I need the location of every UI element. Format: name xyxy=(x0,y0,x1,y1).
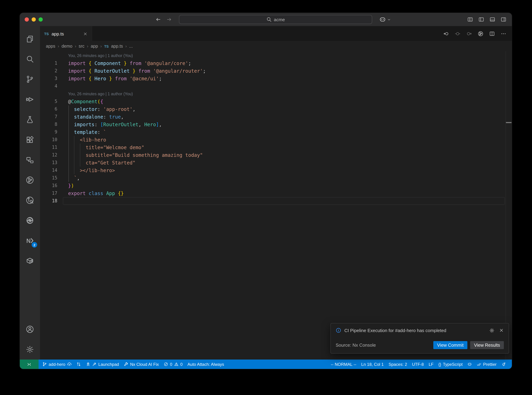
gitlens-search-icon xyxy=(26,196,34,204)
command-center-search[interactable]: acme xyxy=(179,15,372,24)
activity-bar: N2 xyxy=(20,26,40,360)
activity-bar-item-source-control[interactable] xyxy=(20,69,40,89)
code-line: 2import { RouterOutlet } from '@angular/… xyxy=(40,67,512,75)
breadcrumb-item[interactable]: ... xyxy=(129,44,133,49)
status-label: UTF-8 xyxy=(412,362,424,367)
notification-close-icon[interactable] xyxy=(499,328,504,333)
code-line: 10 <lib-hero xyxy=(40,136,512,144)
prettier-status[interactable]: Prettier xyxy=(474,360,499,369)
status-bar: add-heroLaunchpadNx Cloud AI Fix00Auto A… xyxy=(20,360,512,369)
line-number: 11 xyxy=(40,144,57,151)
language-status[interactable]: {}TypeScript xyxy=(436,360,465,369)
cursor-position-status[interactable]: Ln 18, Col 1 xyxy=(359,360,386,369)
search-value: acme xyxy=(274,17,285,22)
breadcrumb-item[interactable]: app xyxy=(91,44,98,49)
tab-app-ts[interactable]: TS app.ts xyxy=(40,26,92,41)
status-label: Launchpad xyxy=(98,362,119,367)
activity-bar-item-project-explorer[interactable] xyxy=(20,150,40,170)
gitlens-icon xyxy=(26,176,34,184)
copilot-icon xyxy=(468,362,472,367)
toggle-panel-icon[interactable] xyxy=(490,17,495,22)
problems-status[interactable]: 00 xyxy=(161,360,185,369)
breadcrumb-separator-icon: › xyxy=(58,44,59,49)
code-text: cta="Get Started" xyxy=(68,159,135,167)
code-line: 17export class App {} xyxy=(40,190,512,197)
toggle-secondary-sidebar-icon[interactable] xyxy=(501,17,506,22)
activity-bar-item-nx-cloud[interactable] xyxy=(20,210,40,230)
activity-bar-item-testing[interactable] xyxy=(20,110,40,130)
code-editor[interactable]: You, 26 minutes ago | 1 author (You)1imp… xyxy=(40,51,512,360)
code-text: export class App {} xyxy=(68,190,124,197)
encoding-status[interactable]: UTF-8 xyxy=(409,360,426,369)
gitlens-annotations-button[interactable] xyxy=(455,31,460,36)
remote-indicator[interactable] xyxy=(20,360,38,369)
rocket-icon xyxy=(86,362,90,367)
customize-layout-icon[interactable] xyxy=(467,17,473,22)
close-button[interactable] xyxy=(25,17,29,22)
scrollbar[interactable] xyxy=(505,51,512,360)
activity-bar-item-containers[interactable] xyxy=(20,251,40,271)
gitlens-previous-change-button[interactable] xyxy=(443,31,449,36)
zoom-button[interactable] xyxy=(38,17,43,22)
breadcrumb-item[interactable]: apps xyxy=(46,44,55,49)
commit-graph-icon xyxy=(76,362,81,367)
breadcrumb-item[interactable]: app.ts xyxy=(111,44,123,49)
line-number: 2 xyxy=(40,67,57,75)
breadcrumb-item[interactable]: demo xyxy=(61,44,72,49)
status-label: 0 xyxy=(170,362,172,367)
vim-mode-status[interactable]: -- NORMAL -- xyxy=(328,360,359,369)
copilot-status[interactable] xyxy=(465,360,474,369)
code-text: @Component({ xyxy=(68,98,103,105)
line-number: 3 xyxy=(40,75,57,82)
auto-attach-status[interactable]: Auto Attach: Always xyxy=(185,360,226,369)
typescript-file-icon: TS xyxy=(104,44,109,48)
more-actions-button[interactable] xyxy=(501,31,506,36)
split-editor-button[interactable] xyxy=(489,31,495,36)
activity-bar-item-explorer[interactable] xyxy=(20,29,40,49)
commit-graph-status[interactable] xyxy=(74,360,83,369)
code-line: 5@Component({ xyxy=(40,98,512,105)
activity-bar-item-extensions[interactable] xyxy=(20,130,40,150)
gitlens-next-change-button[interactable] xyxy=(466,31,472,36)
status-label: {} xyxy=(438,362,441,367)
close-tab-icon[interactable] xyxy=(83,32,88,36)
activity-bar-item-nx-console[interactable]: N2 xyxy=(20,230,40,251)
go-forward-button[interactable] xyxy=(167,17,172,22)
status-label: 0 xyxy=(180,362,183,367)
activity-bar-item-gitlens[interactable] xyxy=(20,170,40,190)
indentation-status[interactable]: Spaces: 2 xyxy=(386,360,409,369)
code-text: imports: [RouterOutlet, Hero], xyxy=(68,121,162,128)
breadcrumb-item[interactable]: src xyxy=(79,44,84,49)
gitlens-graph-button[interactable] xyxy=(478,31,483,36)
notification-title: CI Pipeline Execution for #add-hero has … xyxy=(344,328,446,333)
status-label: add-hero xyxy=(49,362,65,367)
view-results-button[interactable]: View Results xyxy=(470,341,504,349)
activity-bar-item-search[interactable] xyxy=(20,49,40,69)
line-number: 17 xyxy=(40,190,57,197)
line-number xyxy=(40,52,57,60)
go-back-button[interactable] xyxy=(155,17,161,22)
eol-status[interactable]: LF xyxy=(426,360,436,369)
code-line: 1import { Component } from '@angular/cor… xyxy=(40,60,512,67)
activity-bar-item-run-and-debug[interactable] xyxy=(20,89,40,110)
code-line: 12 subtitle="Build something amazing tod… xyxy=(40,151,512,159)
activity-bar-item-manage[interactable] xyxy=(20,339,40,360)
breadcrumb-separator-icon: › xyxy=(75,44,76,49)
copilot-menu[interactable] xyxy=(379,16,391,23)
gear-icon xyxy=(26,345,34,354)
toggle-primary-sidebar-icon[interactable] xyxy=(478,17,484,22)
beaker-icon xyxy=(26,115,34,124)
nx-cloud-ai-fix-status[interactable]: Nx Cloud AI Fix xyxy=(121,360,161,369)
activity-bar-item-gitlens-search-compare[interactable] xyxy=(20,190,40,210)
activity-bar-item-accounts[interactable] xyxy=(20,319,40,339)
code-text: import { Component } from '@angular/core… xyxy=(68,60,191,67)
code-line: 11 title="Welcmoe demo" xyxy=(40,144,512,151)
launchpad-status[interactable]: Launchpad xyxy=(83,360,121,369)
notification-settings-icon[interactable] xyxy=(489,328,494,333)
view-commit-button[interactable]: View Commit xyxy=(433,341,468,349)
notifications-bell[interactable] xyxy=(499,360,508,369)
branch-status[interactable]: add-hero xyxy=(40,360,74,369)
search-icon xyxy=(266,17,272,22)
minimize-button[interactable] xyxy=(32,17,36,22)
breadcrumb-separator-icon: › xyxy=(125,44,127,49)
